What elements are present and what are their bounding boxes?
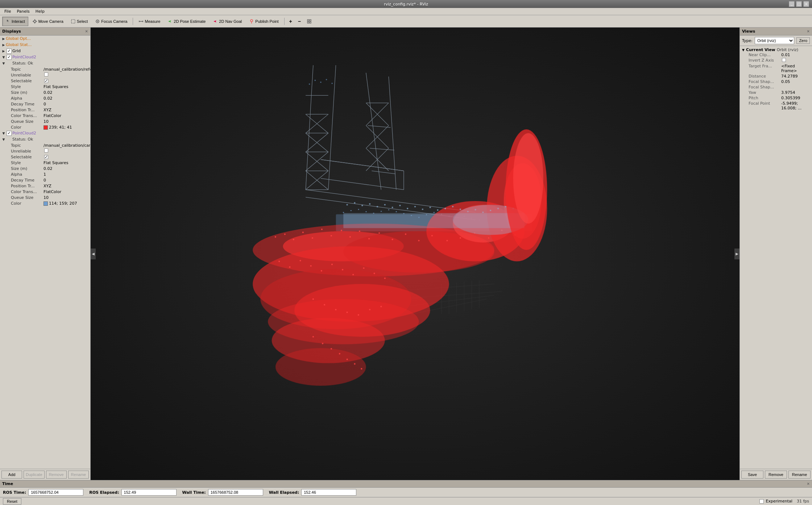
global-options-expand[interactable]: ▶: [1, 37, 6, 41]
fit-button[interactable]: [304, 17, 314, 26]
view-distance-value: 74.2789: [781, 74, 808, 79]
move-camera-button[interactable]: Move Camera: [29, 17, 67, 26]
ros-elapsed-input[interactable]: [121, 489, 177, 496]
view-invertz-value: [781, 58, 808, 63]
measure-button[interactable]: Measure: [135, 17, 163, 26]
pc1-unreliable-cb[interactable]: [44, 72, 48, 76]
displays-scroll[interactable]: ▶ Global Opt... ▶ Global Stat... ▶ ✓ Gri…: [0, 36, 90, 469]
views-remove-button[interactable]: Remove: [765, 471, 787, 479]
global-status-expand[interactable]: ▶: [1, 43, 6, 47]
svg-point-121: [431, 235, 433, 236]
time-panel: Time ✕ ROS Time: ROS Elapsed: Wall Time:…: [0, 480, 812, 497]
menu-panels[interactable]: Panels: [14, 8, 32, 14]
svg-point-162: [399, 205, 401, 206]
pc1-status-label: Status: Ok: [12, 61, 33, 66]
pc1-size-name: Size (m): [11, 90, 44, 95]
left-panel-toggle[interactable]: ◀: [91, 249, 96, 259]
remove-button[interactable]: Remove: [46, 471, 67, 479]
pose-estimate-button[interactable]: 2D Pose Estimate: [164, 17, 209, 26]
views-list: ▼ Current View Orbit (rviz) Near Clip...…: [740, 46, 812, 469]
svg-point-140: [324, 304, 325, 305]
pose-estimate-label: 2D Pose Estimate: [174, 19, 206, 24]
global-status-item[interactable]: ▶ Global Stat...: [0, 42, 90, 48]
wall-elapsed-input[interactable]: [301, 489, 356, 496]
grid-checkbox[interactable]: ✓: [7, 49, 12, 54]
views-save-button[interactable]: Save: [741, 471, 763, 479]
wall-time-input[interactable]: [208, 489, 263, 496]
grid-expand[interactable]: ▶: [1, 49, 6, 53]
add-button[interactable]: Add: [1, 471, 22, 479]
svg-point-119: [405, 233, 406, 235]
menu-help[interactable]: Help: [33, 8, 47, 14]
wall-time-label: Wall Time:: [182, 490, 206, 495]
views-panel: Views ✕ Type: Orbit (rviz) Zero ▼ Curren…: [740, 28, 812, 480]
time-panel-close[interactable]: ✕: [807, 482, 810, 486]
pc1-status-group[interactable]: ▼ Status: Ok: [0, 60, 90, 66]
displays-close-button[interactable]: ✕: [85, 29, 88, 33]
view-nearclip-row: Near Clip... 0.01: [742, 52, 810, 58]
pc2-status-group[interactable]: ▼ Status: Ok: [0, 136, 90, 142]
pointcloud2-1-checkbox[interactable]: ✓: [7, 55, 12, 60]
publish-point-button[interactable]: Publish Point: [246, 17, 282, 26]
views-rename-button[interactable]: Rename: [788, 471, 811, 479]
maximize-button[interactable]: □: [796, 1, 802, 7]
close-button[interactable]: ×: [803, 1, 809, 7]
select-button[interactable]: Select: [67, 17, 91, 26]
view-invertz-cb[interactable]: [782, 58, 786, 62]
pc2-style-name: Style: [11, 160, 44, 165]
minimize-button[interactable]: _: [789, 1, 795, 7]
rename-button[interactable]: Rename: [68, 471, 89, 479]
pointcloud2-1-expand[interactable]: ▼: [1, 55, 6, 59]
pointcloud2-2-checkbox[interactable]: ✓: [7, 131, 12, 136]
svg-point-149: [339, 353, 340, 354]
menu-file[interactable]: File: [1, 8, 14, 14]
pc2-unreliable-row: Unreliable: [0, 148, 90, 154]
svg-point-159: [377, 206, 378, 207]
pc1-colortrans-row: Color Trans... FlatColor: [0, 113, 90, 118]
views-zero-button[interactable]: Zero: [796, 37, 810, 44]
interact-button[interactable]: Interact: [2, 17, 28, 26]
zoom-out-button[interactable]: −: [295, 17, 303, 26]
displays-panel: Displays ✕ ▶ Global Opt... ▶ Global Stat…: [0, 28, 91, 480]
zoom-in-button[interactable]: +: [287, 17, 295, 26]
ros-time-input[interactable]: [28, 489, 83, 496]
svg-point-136: [363, 267, 364, 269]
pc1-status-expand[interactable]: ▼: [1, 61, 6, 66]
3d-viewport[interactable]: ◀: [91, 28, 740, 480]
svg-point-148: [331, 348, 332, 350]
focus-camera-button[interactable]: Focus Camera: [92, 17, 130, 26]
grid-item[interactable]: ▶ ✓ Grid: [0, 48, 90, 54]
focus-camera-icon: [95, 19, 100, 24]
pc1-alpha-row: Alpha 0.02: [0, 95, 90, 101]
svg-point-69: [395, 211, 397, 212]
pc2-status-checkbox[interactable]: [7, 137, 12, 142]
pc2-selectable-cb[interactable]: ✓: [44, 155, 48, 159]
experimental-checkbox[interactable]: [759, 499, 764, 504]
svg-point-108: [293, 239, 294, 240]
reset-button[interactable]: Reset: [3, 498, 21, 505]
pc2-unreliable-cb[interactable]: [44, 149, 48, 153]
pc1-selectable-value: ✓: [44, 79, 89, 83]
svg-point-128: [278, 260, 280, 262]
pointcloud2-1-item[interactable]: ▼ ✓ PointCloud2: [0, 54, 90, 60]
view-focalpoint-value: -5.9499; 16.008; ...: [781, 101, 808, 110]
views-close-button[interactable]: ✕: [807, 29, 810, 33]
svg-point-74: [433, 212, 434, 213]
view-distance-row: Distance 74.2789: [742, 74, 810, 79]
nav-goal-button[interactable]: 2D Nav Goal: [210, 17, 245, 26]
global-options-item[interactable]: ▶ Global Opt...: [0, 36, 90, 42]
svg-point-130: [300, 260, 301, 261]
pc1-status-checkbox[interactable]: [7, 61, 12, 66]
pointcloud2-2-expand[interactable]: ▼: [1, 131, 6, 135]
pointcloud2-2-item[interactable]: ▼ ✓ PointCloud2: [0, 130, 90, 136]
duplicate-button[interactable]: Duplicate: [24, 471, 44, 479]
svg-point-123: [460, 237, 461, 239]
pc2-status-expand[interactable]: ▼: [1, 137, 6, 142]
pc1-selectable-cb[interactable]: ✓: [44, 79, 48, 83]
views-type-select[interactable]: Orbit (rviz): [755, 37, 794, 44]
pc2-postrans-name: Position Tr...: [11, 184, 44, 188]
current-view-expand[interactable]: ▼: [742, 48, 745, 52]
right-panel-toggle[interactable]: ▶: [734, 249, 740, 259]
wall-time-field: Wall Time:: [182, 489, 263, 496]
pc2-decaytime-name: Decay Time: [11, 178, 44, 183]
